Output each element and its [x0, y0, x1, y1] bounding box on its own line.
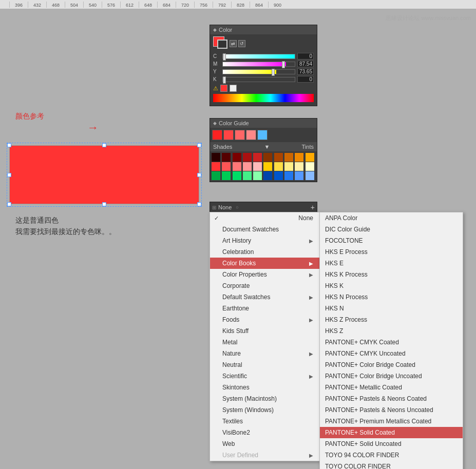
- submenu-item-pantone-cmyk-uncoated[interactable]: PANTONE+ CMYK Uncoated: [320, 348, 463, 359]
- shade-cell[interactable]: [233, 162, 241, 171]
- submenu-item-toyo94[interactable]: TOYO 94 COLOR FINDER: [320, 450, 463, 461]
- fill-stroke-indicator[interactable]: [213, 36, 229, 51]
- menu-item-art-history[interactable]: Art History ▶: [210, 235, 319, 246]
- guide-swatch[interactable]: [212, 130, 222, 140]
- guide-swatch[interactable]: [246, 130, 256, 140]
- submenu-item-dic[interactable]: DIC Color Guide: [320, 224, 463, 235]
- shade-cell[interactable]: [222, 162, 231, 171]
- submenu-item-pantone-metallic[interactable]: PANTONE+ Metallic Coated: [320, 382, 463, 393]
- shade-cell[interactable]: [263, 153, 272, 162]
- shade-cell[interactable]: [274, 162, 283, 171]
- y-value[interactable]: 73.65: [297, 68, 314, 75]
- menu-item-metal[interactable]: Metal: [210, 337, 319, 348]
- submenu-item-pantone-cb-uncoated[interactable]: PANTONE+ Color Bridge Uncoated: [320, 370, 463, 382]
- shade-cell[interactable]: [233, 171, 241, 180]
- m-slider-track[interactable]: [222, 62, 295, 67]
- shade-cell[interactable]: [212, 171, 220, 180]
- handle-ml[interactable]: [7, 173, 11, 177]
- menu-item-earthtone[interactable]: Earthtone: [210, 303, 319, 314]
- m-slider-thumb[interactable]: [282, 61, 285, 68]
- shade-cell[interactable]: [295, 162, 303, 171]
- menu-item-foods[interactable]: Foods ▶: [210, 314, 319, 325]
- menu-item-celebration[interactable]: Celebration: [210, 246, 319, 258]
- shade-cell[interactable]: [274, 171, 283, 180]
- submenu-item-hks-k-process[interactable]: HKS K Process: [320, 269, 463, 280]
- submenu-item-hks-n-process[interactable]: HKS N Process: [320, 291, 463, 303]
- menu-item-system-win[interactable]: System (Windows): [210, 404, 319, 416]
- shade-cell[interactable]: [295, 171, 303, 180]
- stroke-box[interactable]: [217, 40, 227, 49]
- shade-cell[interactable]: [233, 153, 241, 162]
- k-slider-track[interactable]: [222, 77, 295, 82]
- handle-tl[interactable]: [7, 143, 11, 147]
- menu-item-color-books[interactable]: Color Books ▶: [210, 258, 319, 269]
- shade-cell[interactable]: [212, 162, 220, 171]
- guide-swatch[interactable]: [257, 130, 268, 140]
- submenu-item-hks-e[interactable]: HKS E: [320, 258, 463, 269]
- shade-cell[interactable]: [253, 153, 262, 162]
- warn-color-box[interactable]: [220, 85, 227, 92]
- guide-swatch[interactable]: [235, 130, 245, 140]
- shade-cell[interactable]: [274, 153, 283, 162]
- submenu-item-toyo[interactable]: TOYO COLOR FINDER: [320, 461, 463, 469]
- menu-item-skintones[interactable]: Skintones: [210, 382, 319, 393]
- submenu-item-pantone-pastels-uncoated[interactable]: PANTONE+ Pastels & Neons Uncoated: [320, 404, 463, 416]
- shade-cell[interactable]: [243, 171, 252, 180]
- shade-cell[interactable]: [284, 162, 293, 171]
- submenu-item-pantone-cmyk-coated[interactable]: PANTONE+ CMYK Coated: [320, 337, 463, 348]
- menu-item-default-swatches[interactable]: Default Swatches ▶: [210, 291, 319, 303]
- handle-bm[interactable]: [102, 202, 106, 206]
- menu-item-kids-stuff[interactable]: Kids Stuff: [210, 325, 319, 337]
- menu-item-neutral[interactable]: Neutral: [210, 359, 319, 370]
- shade-cell[interactable]: [263, 162, 272, 171]
- handle-mr[interactable]: [197, 173, 201, 177]
- menu-item-web[interactable]: Web: [210, 438, 319, 450]
- submenu-item-pantone-premium[interactable]: PANTONE+ Premium Metallics Coated: [320, 416, 463, 427]
- menu-item-none[interactable]: None: [210, 212, 319, 224]
- canvas-rectangle[interactable]: [9, 145, 199, 204]
- m-value[interactable]: 87.54: [297, 61, 314, 67]
- guide-swatch[interactable]: [223, 130, 234, 140]
- menu-item-visibone2[interactable]: VisiBone2: [210, 427, 319, 438]
- shade-cell[interactable]: [306, 153, 314, 162]
- y-slider-thumb[interactable]: [272, 69, 275, 76]
- warn-white-box[interactable]: [230, 85, 237, 92]
- shade-cell[interactable]: [222, 153, 231, 162]
- shade-cell[interactable]: [306, 171, 314, 180]
- k-slider-thumb[interactable]: [223, 76, 226, 84]
- shade-cell[interactable]: [243, 153, 252, 162]
- y-slider-track[interactable]: [222, 69, 295, 74]
- submenu-item-hks-z-process[interactable]: HKS Z Process: [320, 314, 463, 325]
- handle-tr[interactable]: [197, 143, 201, 147]
- shade-cell[interactable]: [212, 153, 220, 162]
- shade-cell[interactable]: [284, 153, 293, 162]
- swap-icon[interactable]: ⇄: [230, 40, 237, 47]
- reset-icon[interactable]: ↺: [238, 40, 245, 47]
- submenu-item-pantone-cb-coated[interactable]: PANTONE+ Color Bridge Coated: [320, 359, 463, 370]
- menu-item-system-mac[interactable]: System (Macintosh): [210, 393, 319, 404]
- menu-item-corporate[interactable]: Corporate: [210, 280, 319, 291]
- menu-item-scientific[interactable]: Scientific ▶: [210, 370, 319, 382]
- submenu-item-focoltone[interactable]: FOCOLTONE: [320, 235, 463, 246]
- c-value[interactable]: 0: [297, 53, 314, 60]
- handle-br[interactable]: [197, 202, 201, 206]
- handle-tm[interactable]: [102, 143, 106, 147]
- menu-item-color-properties[interactable]: Color Properties ▶: [210, 269, 319, 280]
- color-spectrum-bar[interactable]: [213, 94, 314, 102]
- submenu-item-hks-n[interactable]: HKS N: [320, 303, 463, 314]
- shades-dropdown-icon[interactable]: ▼: [264, 144, 270, 150]
- shade-cell[interactable]: [243, 162, 252, 171]
- submenu-item-pantone-pastels-coated[interactable]: PANTONE+ Pastels & Neons Coated: [320, 393, 463, 404]
- shade-cell[interactable]: [284, 171, 293, 180]
- c-slider-thumb[interactable]: [223, 53, 226, 61]
- submenu-item-anpa[interactable]: ANPA Color: [320, 212, 463, 224]
- shade-cell[interactable]: [263, 171, 272, 180]
- shade-cell[interactable]: [295, 153, 303, 162]
- add-swatch-icon[interactable]: +: [311, 203, 315, 211]
- submenu-item-hks-k[interactable]: HKS K: [320, 280, 463, 291]
- menu-item-document-swatches[interactable]: Document Swatches: [210, 224, 319, 235]
- shade-cell[interactable]: [253, 162, 262, 171]
- menu-item-user-defined[interactable]: User Defined ▶: [210, 450, 319, 461]
- handle-bl[interactable]: [7, 202, 11, 206]
- k-value[interactable]: 0: [297, 76, 314, 83]
